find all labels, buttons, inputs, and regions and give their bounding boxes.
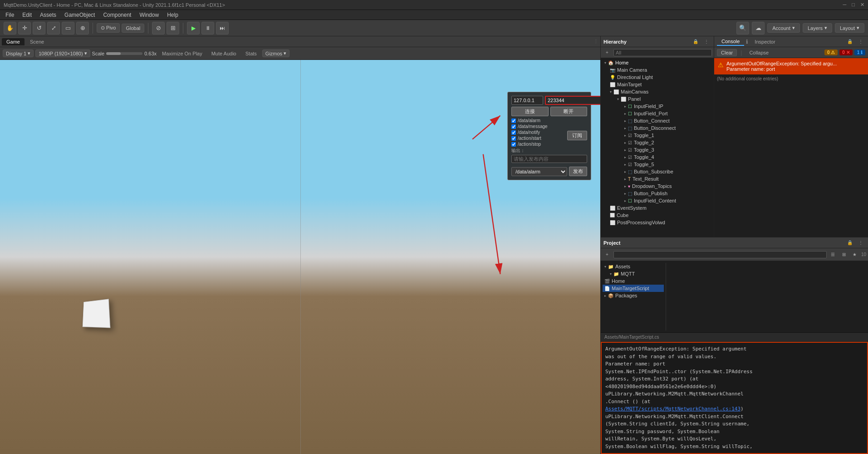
disconnect-btn[interactable]: 断开 [550,107,588,116]
project-grid-icon[interactable]: ⊞ [839,250,848,259]
error-file-link[interactable]: Assets/MQTT/scripts/MqttNetworkChannel.c… [605,406,740,412]
topic-dropdown[interactable]: /data/alarm [511,167,567,176]
p-folder-assets[interactable]: ▾ 📁 Assets [603,263,664,270]
hierarchy-add-btn[interactable]: + [603,48,612,57]
h-item-toggle-5[interactable]: ▸ ☑ Toggle_5 [601,161,714,168]
hierarchy-search[interactable] [613,49,712,56]
console-lock-icon[interactable]: 🔒 [845,37,854,46]
hand-tool[interactable]: ✋ [4,22,16,35]
h-item-toggle-2[interactable]: ▸ ☑ Toggle_2 [601,139,714,146]
ip-input[interactable] [511,96,543,105]
subscribe-btn[interactable]: 订阅 [567,131,587,140]
layout-button[interactable]: Layout ▾ [835,23,864,33]
minimize-btn[interactable]: ─ [843,2,847,8]
error-line-link[interactable]: Assets/MQTT/scripts/MqttNetworkChannel.c… [605,405,863,413]
menu-edit[interactable]: Edit [19,11,35,19]
project-more-icon[interactable]: ⋮ [856,238,865,247]
maximize-btn[interactable]: □ [852,2,855,8]
custom-tool[interactable]: ⊘ [152,22,165,35]
p-item-main-target-script[interactable]: 📄 MainTargetScript [603,285,664,292]
step-button[interactable]: ⏭ [216,22,229,35]
search-icon[interactable]: 🔍 [736,22,749,35]
checkbox-message-input[interactable] [511,124,516,129]
h-item-postprocessing[interactable]: ⬜ PostProcessingVolwd [601,219,714,226]
h-item-main-camera[interactable]: 📷 Main Camera [601,66,714,74]
menu-gameobject[interactable]: GameObject [61,11,98,19]
menu-component[interactable]: Component [99,11,135,19]
stats-btn[interactable]: Stats [242,50,260,57]
scale-slider[interactable] [106,52,142,55]
console-more-icon[interactable]: ⋮ [856,37,865,46]
h-item-dropdown-topics[interactable]: ▸ ▾ Dropdown_Topics [601,183,714,190]
hierarchy-more-icon[interactable]: ⋮ [702,37,711,46]
h-item-text-result[interactable]: ▸ T Text_Result [601,175,714,183]
h-item-cube[interactable]: ⬜ Cube [601,212,714,219]
global-label[interactable]: Global [122,24,144,33]
publish-btn[interactable]: 发布 [569,167,587,176]
project-search[interactable] [613,251,827,258]
account-button[interactable]: Account ▾ [767,23,800,33]
menu-help[interactable]: Help [163,11,182,19]
transform-tool[interactable]: ⊕ [76,22,89,35]
p-folder-mqtt[interactable]: ▾ 📁 MQTT [603,270,664,277]
error-header[interactable]: ⚠ ArgumentOutOfRangeException: Specified… [714,58,868,74]
p-item-home-scene[interactable]: 🎬 Home [603,277,664,285]
checkbox-alarm-input[interactable] [511,118,516,123]
port-input[interactable] [545,96,600,105]
menu-assets[interactable]: Assets [36,11,60,19]
p-folder-packages[interactable]: ▸ 📦 Packages [603,292,664,299]
pivo-label[interactable]: ⊙ Pivo [97,23,120,33]
h-item-button-connect[interactable]: ▸ ⬚ Button_Connect [601,117,714,124]
project-lock-icon[interactable]: 🔒 [845,238,854,247]
checkbox-notify-input[interactable] [511,130,516,135]
h-item-home[interactable]: ▾ 🏠 Home [601,59,714,66]
tab-inspector[interactable]: Inspector [750,38,780,45]
h-item-inputfield-content[interactable]: ▸ ☐ InputField_Content [601,197,714,204]
resolution-select[interactable]: 1080P (1920×1080) ▾ [35,49,90,57]
play-button[interactable]: ▶ [187,22,200,35]
view-more-btn[interactable]: ⋮ [593,39,598,44]
checkbox-action-stop-input[interactable] [511,142,516,147]
mute-audio-btn[interactable]: Mute Audio [208,50,240,57]
h-item-button-disconnect[interactable]: ▸ ⬚ Button_Disconnect [601,124,714,132]
h-item-main-target[interactable]: ⬜ MainTarget [601,81,714,88]
hierarchy-lock-icon[interactable]: 🔒 [691,37,700,46]
layers-button[interactable]: Layers ▾ [803,23,832,33]
h-item-toggle-3[interactable]: ▸ ☑ Toggle_3 [601,146,714,153]
tab-game[interactable]: Game [2,38,25,45]
close-btn[interactable]: ✕ [860,2,864,8]
project-filter-icon[interactable]: ☰ [829,250,838,259]
h-item-toggle-4[interactable]: ▸ ☑ Toggle_4 [601,153,714,161]
rect-tool[interactable]: ▭ [62,22,74,35]
h-item-toggle-1[interactable]: ▸ ☑ Toggle_1 [601,132,714,139]
cloud-icon[interactable]: ☁ [752,22,765,35]
tab-console[interactable]: Console [717,38,744,46]
h-item-panel[interactable]: ▾ ⬜ Panel [601,95,714,103]
project-add-btn[interactable]: + [603,250,612,259]
collapse-button[interactable]: Collapse [745,49,772,56]
checkbox-action-start-input[interactable] [511,136,516,141]
scale-tool[interactable]: ⤢ [47,22,60,35]
clear-button[interactable]: Clear [717,49,737,56]
h-item-button-publish[interactable]: ▸ ⬚ Button_Publish [601,190,714,197]
pause-button[interactable]: ⏸ [201,22,214,35]
h-item-eventsystem[interactable]: ⬜ EventSystem [601,204,714,212]
publish-input[interactable] [511,155,587,163]
display-select[interactable]: Display 1 ▾ [3,49,34,57]
connect-btn[interactable]: 连接 [511,107,549,116]
tab-scene[interactable]: Scene [25,38,49,45]
gizmos-btn[interactable]: Gizmos ▾ [262,49,289,57]
layers-chevron: ▾ [824,25,827,31]
move-tool[interactable]: ✛ [18,22,31,35]
project-star-icon[interactable]: ★ [850,250,859,259]
menu-window[interactable]: Window [136,11,162,19]
maximize-on-play-btn[interactable]: Maximize On Play [158,50,206,57]
snap-tool[interactable]: ⊞ [167,22,179,35]
h-item-inputfield-port[interactable]: ▸ ☐ InputField_Port [601,110,714,117]
menu-file[interactable]: File [2,11,18,19]
h-item-button-subscribe[interactable]: ▸ ⬚ Button_Subscribe [601,168,714,175]
rotate-tool[interactable]: ↺ [33,22,45,35]
h-item-directional-light[interactable]: 💡 Directional Light [601,74,714,81]
h-item-inputfield-ip[interactable]: ▸ ☐ InputField_IP [601,103,714,110]
h-item-main-canvas[interactable]: ▾ ⬜ MainCanvas [601,88,714,95]
